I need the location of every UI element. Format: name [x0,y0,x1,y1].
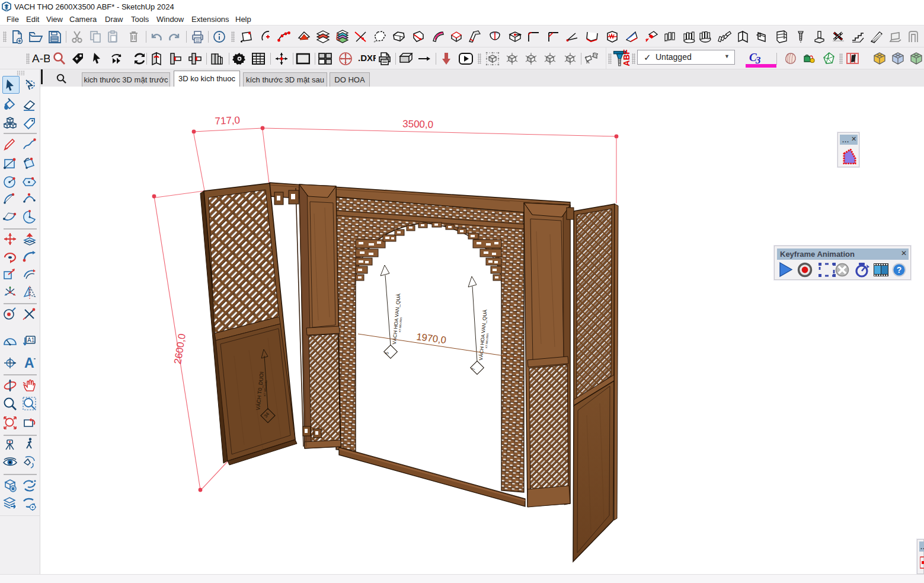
svg-text:717,0: 717,0 [215,114,240,127]
svg-text:KT 880x2085: KT 880x2085 [398,317,402,332]
svg-text:?: ? [897,265,902,275]
svg-text:2600,0: 2600,0 [172,333,188,365]
svg-text:KT 880x2085: KT 880x2085 [485,333,489,348]
svg-text:3500,0: 3500,0 [402,118,433,130]
